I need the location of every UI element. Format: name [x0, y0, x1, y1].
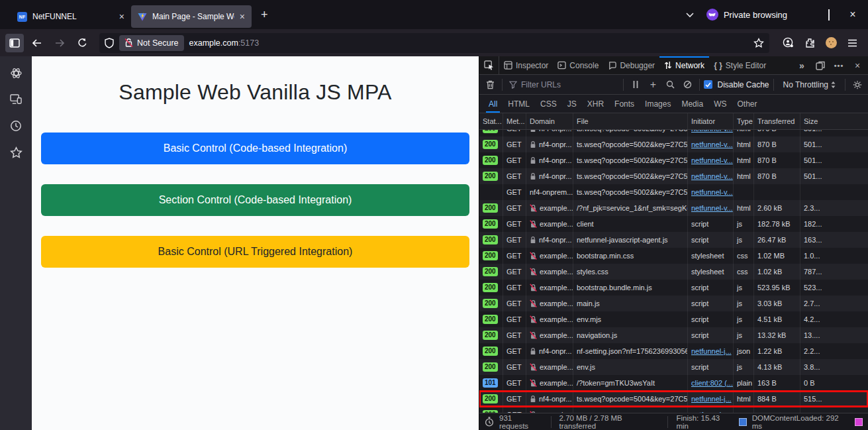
status-badge: 200	[483, 299, 498, 308]
table-row[interactable]: 200GETexample....netfunnel-v...	[479, 407, 868, 413]
initiator-link[interactable]: netfunnel-j...	[691, 347, 732, 355]
filter-media[interactable]: Media	[676, 95, 708, 113]
page-button-0[interactable]: Basic Control (Code-based Integration)	[41, 133, 469, 164]
table-row[interactable]: 200GETexample....styles.cssstylesheetcss…	[479, 264, 868, 280]
table-row[interactable]: 200GETexample....env.mjsscriptjs4.51 kB4…	[479, 311, 868, 327]
domain-cell: example....	[526, 375, 573, 391]
synced-tabs-icon[interactable]	[9, 92, 23, 107]
forward-icon[interactable]	[50, 34, 69, 52]
block-icon[interactable]	[679, 77, 695, 93]
filter-js[interactable]: JS	[562, 95, 582, 113]
column-header-file[interactable]: File	[573, 113, 688, 129]
search-icon[interactable]	[662, 77, 678, 93]
element-picker-icon[interactable]	[479, 56, 499, 74]
initiator-link[interactable]: netfunnel-v...	[691, 204, 733, 212]
new-tab-button[interactable]: +	[261, 8, 268, 22]
responsive-design-icon[interactable]	[812, 58, 828, 74]
table-row[interactable]: 200GETexample....clientscriptjs182.78 kB…	[479, 216, 868, 232]
transferred-total[interactable]: 2.70 MB / 2.78 MB transferred	[559, 414, 660, 430]
request-count[interactable]: 931 requests	[499, 414, 543, 430]
column-header-domain[interactable]: Domain	[526, 113, 573, 129]
table-row[interactable]: GETnf4-onprem...ts.wseq?opcode=5002&key=…	[479, 184, 868, 200]
column-header-status[interactable]: Stat...	[479, 113, 503, 129]
account-icon[interactable]	[783, 37, 794, 48]
more-tools-chevrons-icon[interactable]: »	[794, 58, 810, 74]
add-icon[interactable]: +	[645, 77, 661, 93]
close-button[interactable]: ×	[847, 9, 859, 21]
bookmarks-icon[interactable]	[9, 145, 23, 160]
filter-urls-input[interactable]: Filter URLs	[506, 80, 619, 89]
table-row[interactable]: 200GETexample....main.jsscriptjs3.03 kB2…	[479, 296, 868, 311]
filter-other[interactable]: Other	[732, 95, 762, 113]
page-button-1[interactable]: Section Control (Code-based Integration)	[41, 184, 469, 216]
throttling-select[interactable]: No Throttling	[778, 80, 841, 89]
filter-html[interactable]: HTML	[503, 95, 535, 113]
browser-tab-sample-web[interactable]: Main Page - Sample Web ×	[131, 5, 252, 28]
shield-icon[interactable]	[105, 38, 114, 48]
stopwatch-icon[interactable]	[485, 417, 494, 427]
devtools-tab-style-editor[interactable]: { }Style Editor	[709, 56, 771, 74]
initiator-link[interactable]: netfunnel-v...	[691, 156, 733, 164]
extensions-puzzle-icon[interactable]	[804, 38, 815, 48]
sidebar-toggle-icon[interactable]	[5, 34, 24, 52]
assistant-icon[interactable]	[9, 66, 23, 80]
pause-icon[interactable]	[628, 77, 644, 93]
lock-icon	[530, 172, 536, 180]
table-row[interactable]: 200GETexample....bootstrap.min.cssstyles…	[479, 248, 868, 264]
devtools-tab-inspector[interactable]: Inspector	[499, 56, 553, 74]
table-row[interactable]: 200GETexample..../?nf_pjk=service_1&nf_s…	[479, 200, 868, 216]
menu-icon[interactable]	[847, 39, 857, 47]
browser-tab-netfunnel[interactable]: NF NetFUNNEL ×	[11, 5, 131, 28]
initiator-link[interactable]: netfunnel-v...	[691, 140, 733, 148]
devtools-tab-console[interactable]: Console	[553, 56, 603, 74]
transferred-cell: 163 B	[754, 375, 800, 391]
table-row[interactable]: 200GETnf4-onpr...ts.wseq?opcode=5004&key…	[479, 391, 868, 407]
initiator-link[interactable]: netfunnel-v...	[691, 130, 733, 133]
gear-icon[interactable]	[849, 77, 865, 93]
table-row[interactable]: 200GETnf4-onpr...ts.wseq?opcode=5002&key…	[479, 152, 868, 168]
meatball-menu-icon[interactable]: •••	[831, 58, 847, 74]
column-header-type[interactable]: Type	[734, 113, 754, 129]
initiator-link[interactable]: netfunnel-v...	[691, 188, 733, 196]
history-icon[interactable]	[9, 119, 23, 133]
back-icon[interactable]	[28, 34, 46, 52]
table-row[interactable]: 101GETexample..../?token=gmTKU3wsYaItcli…	[479, 375, 868, 391]
filter-images[interactable]: Images	[640, 95, 676, 113]
filter-css[interactable]: CSS	[535, 95, 562, 113]
column-header-transferred[interactable]: Transferred	[754, 113, 800, 129]
maximize-button[interactable]	[823, 10, 835, 20]
tab-close-icon[interactable]: ×	[240, 12, 245, 21]
bookmark-star-icon[interactable]	[753, 38, 764, 48]
page-button-2[interactable]: Basic Control (URL Triggered Integration…	[41, 236, 469, 268]
tab-close-icon[interactable]: ×	[119, 12, 124, 21]
initiator-link[interactable]: netfunnel-v...	[691, 172, 733, 180]
table-row[interactable]: 200GETnf4-onpr...ts.wseq?opcode=5002&key…	[479, 136, 868, 152]
table-row[interactable]: 200GETnf4-onpr...ts.wseq?opcode=5002&key…	[479, 130, 868, 136]
column-header-size[interactable]: Size	[800, 113, 868, 129]
devtools-tab-label: Debugger	[620, 61, 655, 70]
column-header-initiator[interactable]: Initiator	[688, 113, 734, 129]
reload-icon[interactable]	[73, 34, 91, 52]
table-row[interactable]: 200GETnf4-onpr...netfunnel-javascript-ag…	[479, 232, 868, 248]
column-header-method[interactable]: Met...	[503, 113, 526, 129]
filter-fonts[interactable]: Fonts	[609, 95, 640, 113]
disable-cache-checkbox[interactable]	[704, 80, 712, 89]
filter-ws[interactable]: WS	[708, 95, 732, 113]
url-bar[interactable]: Not Secure example.com:5173	[99, 33, 769, 53]
table-row[interactable]: 200GETexample....env.jsscriptjs4.13 kB3.…	[479, 359, 868, 375]
table-row[interactable]: 200GETnf4-onpr...nf-setting.json?nf=1756…	[479, 343, 868, 359]
list-all-tabs-chevron-icon[interactable]	[685, 12, 695, 18]
close-icon[interactable]: ×	[849, 58, 865, 74]
avatar-icon[interactable]	[826, 37, 837, 48]
table-row[interactable]: 200GETnf4-onpr...ts.wseq?opcode=5002&key…	[479, 168, 868, 184]
security-chip[interactable]: Not Secure	[119, 35, 184, 51]
trash-icon[interactable]	[482, 77, 498, 93]
devtools-tab-debugger[interactable]: Debugger	[603, 56, 659, 74]
filter-all[interactable]: All	[483, 95, 503, 113]
filter-xhr[interactable]: XHR	[582, 95, 609, 113]
initiator-link[interactable]: client:802 (...	[691, 379, 733, 387]
initiator-link[interactable]: netfunnel-j...	[691, 395, 732, 403]
table-row[interactable]: 200GETexample....bootstrap.bundle.min.js…	[479, 280, 868, 296]
table-row[interactable]: 200GETexample....navigation.jsscriptjs13…	[479, 327, 868, 343]
devtools-tab-network[interactable]: Network	[659, 56, 709, 74]
